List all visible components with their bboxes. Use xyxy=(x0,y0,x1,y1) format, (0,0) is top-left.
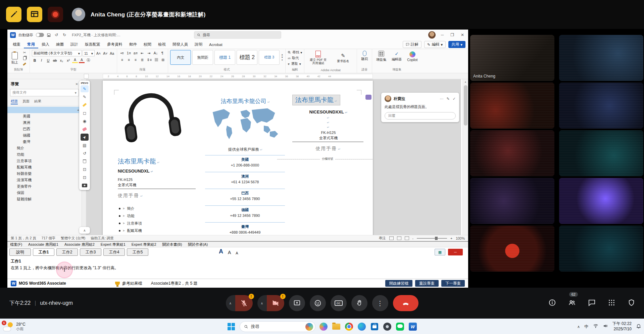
align-center-button[interactable]: ≡ xyxy=(126,57,132,62)
nav-item[interactable]: 注意事項 xyxy=(7,158,82,164)
sort-button[interactable]: A↓ xyxy=(153,50,158,56)
styles-up-icon[interactable]: ▲ xyxy=(281,53,283,56)
participant-tile[interactable] xyxy=(559,130,643,176)
nav-item[interactable]: 保固 xyxy=(7,190,82,196)
taskbar-copilot[interactable] xyxy=(319,322,328,331)
nav-tab-headings[interactable]: 標題 xyxy=(11,99,18,104)
tab-help[interactable]: 說明 xyxy=(191,41,206,48)
nav-item[interactable]: 更換零件 xyxy=(7,183,82,190)
close-icon[interactable]: ✕ xyxy=(459,33,465,37)
accessibility-status[interactable]: 協助工具: 調查 xyxy=(91,236,114,241)
format-painter-button[interactable] xyxy=(21,61,28,66)
zoom-level[interactable]: 100% xyxy=(456,236,465,240)
replace-button[interactable]: ab 取代 xyxy=(288,56,302,60)
copy-button[interactable] xyxy=(21,56,28,61)
comment-edit-icon[interactable]: ✎ xyxy=(447,97,450,101)
exam-minimize-button[interactable]: ─ xyxy=(448,249,463,255)
tab-file[interactable]: 檔案 xyxy=(9,41,24,48)
start-button[interactable] xyxy=(227,322,236,331)
cursor-tool[interactable]: ➤ xyxy=(81,134,89,141)
participant-tile[interactable] xyxy=(470,83,554,129)
document-canvas[interactable]: 法布里馬卡龍↵ NICESOUNDXL↵ FK-H125 全罩式耳機 使用手冊↵… xyxy=(82,79,461,235)
taskbar-edge[interactable] xyxy=(357,322,366,331)
style-heading2[interactable]: 標題 2 xyxy=(237,50,257,65)
menu-associate-2[interactable]: Associate 應用組2 xyxy=(64,242,95,247)
screenshot-tool[interactable]: ⊡ xyxy=(81,166,89,173)
request-signatures-button[interactable]: ✎ 要求簽名 xyxy=(331,50,355,66)
scrollbar-thumb[interactable] xyxy=(464,85,467,126)
participant-tile[interactable]: Anita Cheng xyxy=(470,35,554,81)
reset-project-button[interactable]: 重設專案 xyxy=(415,280,439,287)
participant-tile[interactable] xyxy=(470,226,554,272)
meeting-details-button[interactable] xyxy=(548,299,556,308)
tab-draw[interactable]: 繪圖 xyxy=(53,41,67,48)
zoom-knob[interactable] xyxy=(435,237,438,240)
numbering-button[interactable]: 1≡ xyxy=(126,50,132,56)
addins-button[interactable]: 增益集 xyxy=(374,50,388,63)
nav-item[interactable]: 澳洲 xyxy=(7,120,82,126)
word-count[interactable]: 717 個字 xyxy=(42,236,55,241)
capture-region-tool[interactable]: ⊡ xyxy=(81,174,89,181)
horizontal-ruler[interactable]: 2 4 6 8 10 12 14 16 18 20 22 24 26 28 30… xyxy=(7,73,468,79)
nav-item[interactable]: 聆聽音樂 xyxy=(7,171,82,177)
redo-icon[interactable]: ↻ xyxy=(62,33,67,37)
nav-item[interactable]: 美國 xyxy=(7,113,82,120)
tab-developer[interactable]: 開發人員 xyxy=(169,41,191,48)
multilevel-list-button[interactable]: a≡ xyxy=(133,50,138,56)
tab-references[interactable]: 參考資料 xyxy=(104,41,126,48)
style-heading3[interactable]: 標題 3 xyxy=(259,50,280,65)
copilot-button[interactable]: Copilot xyxy=(405,50,419,63)
ime-indicator[interactable]: 中 xyxy=(584,324,589,330)
subscript-button[interactable]: x₂ xyxy=(59,57,64,63)
weather-widget[interactable]: 6 28°C 小雨 xyxy=(3,319,26,334)
menu-associate-1[interactable]: Associate 應用組1 xyxy=(28,242,58,247)
taskbar-line[interactable] xyxy=(396,322,405,331)
taskbar-file-explorer[interactable] xyxy=(332,322,341,331)
exam-panel-button[interactable]: ▦ xyxy=(435,249,445,255)
highlight-color-button[interactable]: A xyxy=(72,57,78,63)
bullets-button[interactable]: •≡ xyxy=(119,50,125,56)
raise-hand-button[interactable] xyxy=(351,295,367,311)
find-button[interactable]: 尋找 ▾ xyxy=(288,50,302,55)
zoom-out-icon[interactable]: - xyxy=(412,236,414,240)
clipboard-tool[interactable]: ▤ xyxy=(81,142,89,149)
people-button[interactable]: 62 xyxy=(568,299,576,308)
focus-mode[interactable]: 專注 xyxy=(379,236,386,241)
pencil-tool[interactable]: ✎ xyxy=(81,93,89,100)
font-size-medium-button[interactable]: A xyxy=(228,250,231,255)
align-left-button[interactable]: ≡ xyxy=(119,57,125,62)
participant-tile[interactable] xyxy=(559,35,643,81)
chat-button[interactable] xyxy=(588,299,596,308)
taskbar-word[interactable]: W xyxy=(408,322,417,331)
tray-expand-icon[interactable]: ∧ xyxy=(577,325,580,329)
tab-selector[interactable] xyxy=(84,74,89,79)
comment-reply-input[interactable]: 回覆 xyxy=(385,112,456,120)
shading-button[interactable] xyxy=(153,57,159,62)
read-mode-icon[interactable] xyxy=(389,236,394,240)
nav-item[interactable]: 德國 xyxy=(7,132,82,139)
record-button[interactable] xyxy=(48,7,63,22)
exam-tab-task3[interactable]: 工作3 xyxy=(80,248,101,256)
show-marks-button[interactable]: ¶ xyxy=(159,50,165,56)
menu-about-author[interactable]: 關於作者(A) xyxy=(188,242,208,247)
print-layout-icon[interactable] xyxy=(397,236,401,240)
undo-icon[interactable]: ↺ xyxy=(54,33,59,37)
participant-tile[interactable] xyxy=(470,130,554,176)
nav-item[interactable]: 配戴耳機 xyxy=(7,164,82,171)
style-no-spacing[interactable]: 無間距 xyxy=(192,50,213,65)
nav-item[interactable]: 臺灣 xyxy=(7,139,82,145)
font-color-button[interactable]: A xyxy=(79,57,85,63)
nav-item[interactable]: 簡介 xyxy=(7,145,82,151)
styles-down-icon[interactable]: ▼ xyxy=(281,56,283,58)
pen-tool[interactable]: ✎ xyxy=(81,85,89,92)
nav-item[interactable]: 功能 xyxy=(7,151,82,158)
autosave-toggle[interactable] xyxy=(36,33,44,37)
tab-review[interactable]: 校閱 xyxy=(140,41,155,48)
dictate-button[interactable]: 聽寫 xyxy=(359,50,370,62)
menu-about-book[interactable]: 關於本書(B) xyxy=(162,242,182,247)
account-avatar[interactable] xyxy=(428,31,436,39)
participant-tile[interactable] xyxy=(470,178,554,224)
sticker-tool[interactable]: ◉ xyxy=(81,117,89,125)
wifi-indicator[interactable] xyxy=(593,323,598,330)
font-name-combo[interactable]: 新細明體 (本文中文字型) ▾ xyxy=(32,50,82,56)
